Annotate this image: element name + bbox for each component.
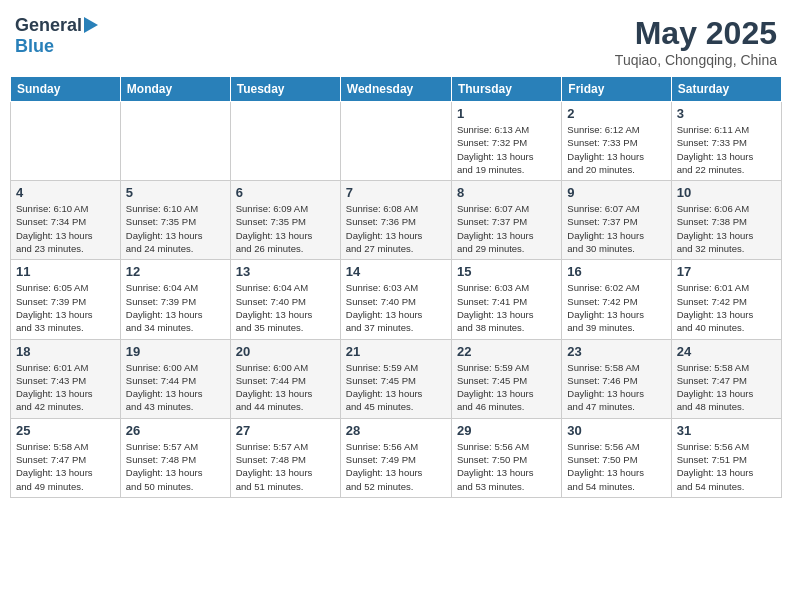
calendar-week-row: 4Sunrise: 6:10 AM Sunset: 7:34 PM Daylig…	[11, 181, 782, 260]
day-number: 23	[567, 344, 665, 359]
day-info: Sunrise: 6:06 AM Sunset: 7:38 PM Dayligh…	[677, 202, 776, 255]
day-number: 31	[677, 423, 776, 438]
calendar-week-row: 11Sunrise: 6:05 AM Sunset: 7:39 PM Dayli…	[11, 260, 782, 339]
day-number: 5	[126, 185, 225, 200]
day-number: 15	[457, 264, 556, 279]
calendar-cell: 24Sunrise: 5:58 AM Sunset: 7:47 PM Dayli…	[671, 339, 781, 418]
day-info: Sunrise: 6:05 AM Sunset: 7:39 PM Dayligh…	[16, 281, 115, 334]
month-year-title: May 2025	[615, 15, 777, 52]
day-info: Sunrise: 6:08 AM Sunset: 7:36 PM Dayligh…	[346, 202, 446, 255]
calendar-cell	[230, 102, 340, 181]
calendar-cell: 31Sunrise: 5:56 AM Sunset: 7:51 PM Dayli…	[671, 418, 781, 497]
day-info: Sunrise: 5:56 AM Sunset: 7:51 PM Dayligh…	[677, 440, 776, 493]
calendar-cell: 3Sunrise: 6:11 AM Sunset: 7:33 PM Daylig…	[671, 102, 781, 181]
day-info: Sunrise: 6:10 AM Sunset: 7:35 PM Dayligh…	[126, 202, 225, 255]
day-info: Sunrise: 6:04 AM Sunset: 7:40 PM Dayligh…	[236, 281, 335, 334]
calendar-week-row: 18Sunrise: 6:01 AM Sunset: 7:43 PM Dayli…	[11, 339, 782, 418]
calendar-cell: 22Sunrise: 5:59 AM Sunset: 7:45 PM Dayli…	[451, 339, 561, 418]
logo-arrow-icon	[84, 17, 98, 33]
calendar-cell: 17Sunrise: 6:01 AM Sunset: 7:42 PM Dayli…	[671, 260, 781, 339]
day-number: 7	[346, 185, 446, 200]
calendar-cell: 13Sunrise: 6:04 AM Sunset: 7:40 PM Dayli…	[230, 260, 340, 339]
day-number: 8	[457, 185, 556, 200]
day-info: Sunrise: 5:57 AM Sunset: 7:48 PM Dayligh…	[236, 440, 335, 493]
day-info: Sunrise: 5:58 AM Sunset: 7:47 PM Dayligh…	[677, 361, 776, 414]
calendar-cell: 4Sunrise: 6:10 AM Sunset: 7:34 PM Daylig…	[11, 181, 121, 260]
day-number: 6	[236, 185, 335, 200]
calendar-cell: 15Sunrise: 6:03 AM Sunset: 7:41 PM Dayli…	[451, 260, 561, 339]
day-info: Sunrise: 6:13 AM Sunset: 7:32 PM Dayligh…	[457, 123, 556, 176]
day-number: 14	[346, 264, 446, 279]
day-number: 27	[236, 423, 335, 438]
day-info: Sunrise: 5:56 AM Sunset: 7:49 PM Dayligh…	[346, 440, 446, 493]
weekday-header-wednesday: Wednesday	[340, 77, 451, 102]
day-info: Sunrise: 6:04 AM Sunset: 7:39 PM Dayligh…	[126, 281, 225, 334]
logo: General Blue	[15, 15, 98, 57]
calendar-cell: 29Sunrise: 5:56 AM Sunset: 7:50 PM Dayli…	[451, 418, 561, 497]
calendar-cell: 21Sunrise: 5:59 AM Sunset: 7:45 PM Dayli…	[340, 339, 451, 418]
day-number: 13	[236, 264, 335, 279]
calendar-cell: 6Sunrise: 6:09 AM Sunset: 7:35 PM Daylig…	[230, 181, 340, 260]
day-number: 1	[457, 106, 556, 121]
day-info: Sunrise: 5:59 AM Sunset: 7:45 PM Dayligh…	[457, 361, 556, 414]
day-number: 18	[16, 344, 115, 359]
day-info: Sunrise: 6:01 AM Sunset: 7:43 PM Dayligh…	[16, 361, 115, 414]
day-info: Sunrise: 6:12 AM Sunset: 7:33 PM Dayligh…	[567, 123, 665, 176]
day-info: Sunrise: 6:01 AM Sunset: 7:42 PM Dayligh…	[677, 281, 776, 334]
page-header: General Blue May 2025 Tuqiao, Chongqing,…	[10, 10, 782, 68]
weekday-header-tuesday: Tuesday	[230, 77, 340, 102]
calendar-table: SundayMondayTuesdayWednesdayThursdayFrid…	[10, 76, 782, 498]
day-number: 24	[677, 344, 776, 359]
weekday-header-row: SundayMondayTuesdayWednesdayThursdayFrid…	[11, 77, 782, 102]
day-number: 4	[16, 185, 115, 200]
day-info: Sunrise: 6:07 AM Sunset: 7:37 PM Dayligh…	[567, 202, 665, 255]
day-number: 9	[567, 185, 665, 200]
day-info: Sunrise: 6:03 AM Sunset: 7:40 PM Dayligh…	[346, 281, 446, 334]
calendar-cell: 7Sunrise: 6:08 AM Sunset: 7:36 PM Daylig…	[340, 181, 451, 260]
calendar-cell: 5Sunrise: 6:10 AM Sunset: 7:35 PM Daylig…	[120, 181, 230, 260]
calendar-cell	[11, 102, 121, 181]
calendar-cell: 14Sunrise: 6:03 AM Sunset: 7:40 PM Dayli…	[340, 260, 451, 339]
calendar-cell: 27Sunrise: 5:57 AM Sunset: 7:48 PM Dayli…	[230, 418, 340, 497]
day-number: 19	[126, 344, 225, 359]
day-info: Sunrise: 5:56 AM Sunset: 7:50 PM Dayligh…	[457, 440, 556, 493]
calendar-cell: 11Sunrise: 6:05 AM Sunset: 7:39 PM Dayli…	[11, 260, 121, 339]
day-number: 26	[126, 423, 225, 438]
weekday-header-sunday: Sunday	[11, 77, 121, 102]
day-info: Sunrise: 6:00 AM Sunset: 7:44 PM Dayligh…	[126, 361, 225, 414]
day-info: Sunrise: 6:11 AM Sunset: 7:33 PM Dayligh…	[677, 123, 776, 176]
day-info: Sunrise: 6:00 AM Sunset: 7:44 PM Dayligh…	[236, 361, 335, 414]
logo-general-text: General	[15, 15, 82, 36]
calendar-cell: 19Sunrise: 6:00 AM Sunset: 7:44 PM Dayli…	[120, 339, 230, 418]
location-subtitle: Tuqiao, Chongqing, China	[615, 52, 777, 68]
calendar-cell: 30Sunrise: 5:56 AM Sunset: 7:50 PM Dayli…	[562, 418, 671, 497]
calendar-cell: 20Sunrise: 6:00 AM Sunset: 7:44 PM Dayli…	[230, 339, 340, 418]
calendar-cell: 28Sunrise: 5:56 AM Sunset: 7:49 PM Dayli…	[340, 418, 451, 497]
calendar-week-row: 1Sunrise: 6:13 AM Sunset: 7:32 PM Daylig…	[11, 102, 782, 181]
day-info: Sunrise: 6:10 AM Sunset: 7:34 PM Dayligh…	[16, 202, 115, 255]
calendar-cell: 12Sunrise: 6:04 AM Sunset: 7:39 PM Dayli…	[120, 260, 230, 339]
day-number: 11	[16, 264, 115, 279]
calendar-cell: 9Sunrise: 6:07 AM Sunset: 7:37 PM Daylig…	[562, 181, 671, 260]
calendar-cell: 10Sunrise: 6:06 AM Sunset: 7:38 PM Dayli…	[671, 181, 781, 260]
calendar-cell: 26Sunrise: 5:57 AM Sunset: 7:48 PM Dayli…	[120, 418, 230, 497]
day-info: Sunrise: 6:07 AM Sunset: 7:37 PM Dayligh…	[457, 202, 556, 255]
day-number: 3	[677, 106, 776, 121]
title-block: May 2025 Tuqiao, Chongqing, China	[615, 15, 777, 68]
day-number: 20	[236, 344, 335, 359]
day-number: 25	[16, 423, 115, 438]
day-info: Sunrise: 6:03 AM Sunset: 7:41 PM Dayligh…	[457, 281, 556, 334]
logo-blue-text: Blue	[15, 36, 54, 57]
weekday-header-saturday: Saturday	[671, 77, 781, 102]
calendar-cell	[340, 102, 451, 181]
day-number: 17	[677, 264, 776, 279]
calendar-cell: 18Sunrise: 6:01 AM Sunset: 7:43 PM Dayli…	[11, 339, 121, 418]
day-info: Sunrise: 5:59 AM Sunset: 7:45 PM Dayligh…	[346, 361, 446, 414]
calendar-cell: 25Sunrise: 5:58 AM Sunset: 7:47 PM Dayli…	[11, 418, 121, 497]
weekday-header-thursday: Thursday	[451, 77, 561, 102]
calendar-week-row: 25Sunrise: 5:58 AM Sunset: 7:47 PM Dayli…	[11, 418, 782, 497]
day-info: Sunrise: 6:02 AM Sunset: 7:42 PM Dayligh…	[567, 281, 665, 334]
day-number: 22	[457, 344, 556, 359]
calendar-cell: 23Sunrise: 5:58 AM Sunset: 7:46 PM Dayli…	[562, 339, 671, 418]
calendar-cell	[120, 102, 230, 181]
